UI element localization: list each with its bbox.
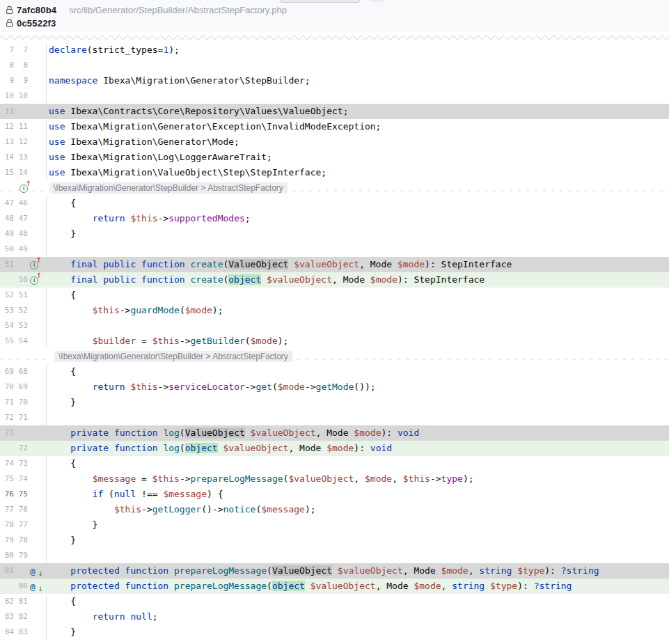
code-line[interactable]: 8382 return null; bbox=[0, 609, 669, 625]
line-number-old: 9 bbox=[0, 73, 14, 88]
code-text bbox=[46, 548, 669, 563]
code-line[interactable]: 8483 } bbox=[0, 625, 669, 640]
code-line[interactable]: 1312use Ibexa\Migration\Generator\Mode; bbox=[0, 134, 669, 150]
line-number-new: 81 bbox=[14, 594, 28, 609]
line-number-old: 75 bbox=[0, 471, 14, 487]
code-line[interactable]: 7271 bbox=[0, 410, 669, 425]
code-text: } bbox=[46, 395, 669, 410]
line-number-old: 48 bbox=[0, 211, 14, 226]
code-text: use Ibexa\Migration\Log\LoggerAwareTrait… bbox=[46, 150, 669, 165]
diff-line-removed[interactable]: 51I↑ final public function create(ValueO… bbox=[0, 257, 669, 272]
code-line[interactable]: 8281 { bbox=[0, 594, 669, 609]
code-line[interactable]: 1211use Ibexa\Migration\Generator\Except… bbox=[0, 119, 669, 134]
code-text bbox=[46, 58, 669, 73]
code-line[interactable]: 5049 bbox=[0, 242, 669, 257]
code-line[interactable]: 1514use Ibexa\Migration\ValueObject\Step… bbox=[0, 165, 669, 180]
line-number-old: 81 bbox=[0, 563, 14, 579]
code-text: } bbox=[46, 517, 669, 533]
code-line[interactable]: 7877 } bbox=[0, 517, 669, 533]
line-number-new: 79 bbox=[14, 548, 28, 563]
line-number-new: 68 bbox=[14, 364, 28, 379]
line-number-old: 54 bbox=[0, 318, 14, 333]
commit-hash-old[interactable]: 7afc80b4 bbox=[17, 5, 56, 15]
overridden-gutter-icon[interactable]: @↓ bbox=[30, 565, 42, 577]
line-number-old: 69 bbox=[0, 364, 14, 379]
lock-icon bbox=[6, 6, 13, 15]
line-number-old: 76 bbox=[0, 487, 14, 502]
toolbar-stub-small bbox=[370, 0, 385, 2]
code-text: $this->guardMode($mode); bbox=[46, 303, 669, 318]
interface-gutter-icon[interactable]: I↑ bbox=[30, 259, 42, 271]
code-text: namespace Ibexa\Migration\Generator\Step… bbox=[46, 73, 669, 88]
code-line[interactable]: 5453 bbox=[0, 318, 669, 333]
line-number-new: 71 bbox=[14, 410, 28, 425]
line-number-old: 13 bbox=[0, 134, 14, 150]
commit-hash-new[interactable]: 0c5522f3 bbox=[17, 18, 56, 29]
line-number-old: 11 bbox=[0, 104, 14, 119]
line-number-new: 54 bbox=[14, 333, 28, 349]
toolbar-stub bbox=[280, 0, 360, 3]
line-number-old: 14 bbox=[0, 150, 14, 165]
collapsed-region-label[interactable]: \Ibexa\Migration\Generator\StepBuilder >… bbox=[49, 182, 288, 194]
code-text: } bbox=[46, 533, 669, 548]
line-number-new: 51 bbox=[14, 288, 28, 303]
code-line[interactable]: 5352 $this->guardMode($mode); bbox=[0, 303, 669, 318]
code-text: if (null !== $message) { bbox=[46, 487, 669, 502]
line-number-old: 51 bbox=[0, 257, 14, 272]
code-line[interactable]: 5251 { bbox=[0, 288, 669, 303]
code-line[interactable]: 4746 { bbox=[0, 196, 669, 211]
line-number-new: 14 bbox=[14, 165, 28, 180]
diff-editor[interactable]: 77declare(strict_types=1);8899namespace … bbox=[0, 42, 669, 640]
diff-header: 7afc80b4 src/lib/Generator/StepBuilder/A… bbox=[0, 0, 669, 32]
collapsed-region-label[interactable]: \Ibexa\Migration\Generator\StepBuilder >… bbox=[54, 351, 292, 362]
code-text: return null; bbox=[46, 609, 669, 625]
line-number-new: 10 bbox=[14, 88, 28, 104]
code-line[interactable]: 1010 bbox=[0, 88, 669, 104]
code-line[interactable]: 7069 return $this->serviceLocator->get($… bbox=[0, 379, 669, 395]
line-number-new: 77 bbox=[14, 517, 28, 533]
code-line[interactable]: 8079 bbox=[0, 548, 669, 563]
diff-line-added[interactable]: 72 private function log(object $valueObj… bbox=[0, 441, 669, 456]
code-line[interactable]: 7574 $message = $this->prepareLogMessage… bbox=[0, 471, 669, 487]
code-line[interactable]: 1413use Ibexa\Migration\Log\LoggerAwareT… bbox=[0, 150, 669, 165]
diff-line-removed[interactable]: 73 private function log(ValueObject $val… bbox=[0, 425, 669, 441]
code-line[interactable]: 6968 { bbox=[0, 364, 669, 379]
line-number-new: 9 bbox=[14, 73, 28, 88]
code-line[interactable]: 99namespace Ibexa\Migration\Generator\St… bbox=[0, 73, 669, 88]
code-line[interactable]: 7776 $this->getLogger()->notice($message… bbox=[0, 502, 669, 517]
code-line[interactable]: 88 bbox=[0, 58, 669, 73]
line-number-new: 76 bbox=[14, 502, 28, 517]
code-line[interactable]: 5554 $builder = $this->getBuilder($mode)… bbox=[0, 333, 669, 349]
line-number-new: 46 bbox=[14, 196, 28, 211]
code-text: protected function prepareLogMessage(obj… bbox=[46, 579, 669, 594]
code-text: { bbox=[46, 456, 669, 471]
line-number-new: 48 bbox=[14, 226, 28, 242]
interface-gutter-icon[interactable]: I↑ bbox=[19, 182, 31, 194]
overridden-gutter-icon[interactable]: @↓ bbox=[30, 581, 42, 592]
code-line[interactable]: 7675 if (null !== $message) { bbox=[0, 487, 669, 502]
code-text bbox=[46, 242, 669, 257]
line-number-old: 15 bbox=[0, 165, 14, 180]
line-number-old: 71 bbox=[0, 395, 14, 410]
code-line[interactable]: 7473 { bbox=[0, 456, 669, 471]
code-text bbox=[46, 318, 669, 333]
code-line[interactable]: 4948 } bbox=[0, 226, 669, 242]
code-line[interactable]: 7978 } bbox=[0, 533, 669, 548]
diff-line-removed[interactable]: 11use Ibexa\Contracts\Core\Repository\Va… bbox=[0, 104, 669, 119]
line-number-new: 70 bbox=[14, 395, 28, 410]
line-number-new: 8 bbox=[14, 58, 28, 73]
code-text: private function log(ValueObject $valueO… bbox=[46, 425, 669, 441]
code-line[interactable]: 77declare(strict_types=1); bbox=[0, 42, 669, 58]
diff-line-added[interactable]: 50I↑ final public function create(object… bbox=[0, 272, 669, 288]
header-wave-divider bbox=[0, 33, 669, 40]
line-number-old: 78 bbox=[0, 517, 14, 533]
code-line[interactable]: 7170 } bbox=[0, 395, 669, 410]
code-text: $this->getLogger()->notice($message); bbox=[46, 502, 669, 517]
line-number-new: 72 bbox=[14, 441, 28, 456]
diff-line-removed[interactable]: 81@↓ protected function prepareLogMessag… bbox=[0, 563, 669, 579]
interface-gutter-icon[interactable]: I↑ bbox=[30, 274, 42, 286]
code-text: declare(strict_types=1); bbox=[46, 42, 669, 58]
diff-line-added[interactable]: 80@↓ protected function prepareLogMessag… bbox=[0, 579, 669, 594]
line-number-old: 10 bbox=[0, 88, 14, 104]
code-line[interactable]: 4847 return $this->supportedModes; bbox=[0, 211, 669, 226]
